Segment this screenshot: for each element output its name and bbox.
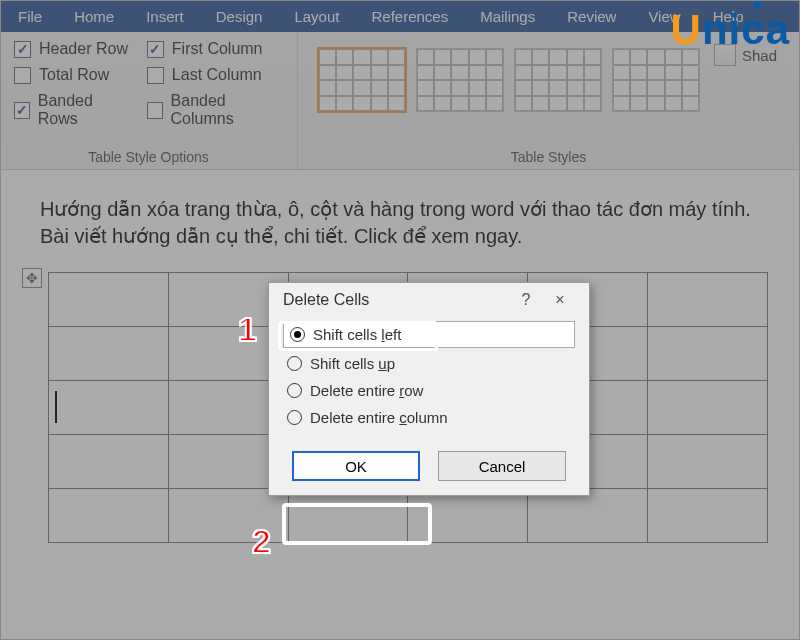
checkbox-label: Header Row xyxy=(39,40,128,58)
table-move-handle-icon[interactable]: ✥ xyxy=(22,268,42,288)
dialog-close-button[interactable]: × xyxy=(543,291,577,309)
radio-icon xyxy=(290,327,305,342)
checkbox-first-column[interactable]: First Column xyxy=(147,40,283,58)
table-style-thumb[interactable] xyxy=(416,48,504,112)
menu-references[interactable]: References xyxy=(355,2,464,31)
group-label: Table Styles xyxy=(312,143,785,165)
checkbox-banded-columns[interactable]: Banded Columns xyxy=(147,92,283,128)
table-style-gallery[interactable] xyxy=(312,40,706,112)
annotation-number-1: 1 xyxy=(238,310,257,349)
checkbox-label: Banded Rows xyxy=(38,92,129,128)
active-cell[interactable] xyxy=(49,381,169,435)
radio-delete-entire-column[interactable]: Delete entire column xyxy=(285,404,573,431)
dialog-title: Delete Cells xyxy=(283,291,509,309)
checkbox-label: Last Column xyxy=(172,66,262,84)
menu-file[interactable]: File xyxy=(2,2,58,31)
radio-delete-entire-row[interactable]: Delete entire row xyxy=(285,377,573,404)
unica-watermark: Unica xyxy=(671,6,790,54)
checkbox-label: Banded Columns xyxy=(171,92,283,128)
checkbox-icon xyxy=(147,41,164,58)
checkbox-icon xyxy=(147,67,164,84)
table-style-thumb[interactable] xyxy=(318,48,406,112)
cancel-button[interactable]: Cancel xyxy=(438,451,566,481)
radio-icon xyxy=(287,383,302,398)
radio-label: Shift cells left xyxy=(313,326,401,343)
checkbox-icon xyxy=(14,67,31,84)
radio-shift-cells-up[interactable]: Shift cells up xyxy=(285,350,573,377)
radio-label: Shift cells up xyxy=(310,355,395,372)
table-style-thumb[interactable] xyxy=(612,48,700,112)
menu-layout[interactable]: Layout xyxy=(278,2,355,31)
table-style-thumb[interactable] xyxy=(514,48,602,112)
radio-icon xyxy=(287,356,302,371)
checkbox-last-column[interactable]: Last Column xyxy=(147,66,283,84)
checkbox-label: First Column xyxy=(172,40,263,58)
ok-button[interactable]: OK xyxy=(292,451,420,481)
group-table-style-options: Header Row Total Row Banded Rows First C… xyxy=(0,32,298,169)
dialog-titlebar[interactable]: Delete Cells ? × xyxy=(269,283,589,315)
table-row xyxy=(49,489,768,543)
annotation-number-2: 2 xyxy=(252,522,271,561)
checkbox-total-row[interactable]: Total Row xyxy=(14,66,129,84)
radio-label: Delete entire column xyxy=(310,409,448,426)
menu-insert[interactable]: Insert xyxy=(130,2,200,31)
checkbox-banded-rows[interactable]: Banded Rows xyxy=(14,92,129,128)
delete-cells-dialog: Delete Cells ? × Shift cells left Shift … xyxy=(268,282,590,496)
dialog-help-button[interactable]: ? xyxy=(509,291,543,309)
radio-label: Delete entire row xyxy=(310,382,423,399)
checkbox-icon xyxy=(14,41,31,58)
checkbox-icon xyxy=(14,102,30,119)
menu-review[interactable]: Review xyxy=(551,2,632,31)
menu-home[interactable]: Home xyxy=(58,2,130,31)
radio-shift-cells-left[interactable]: Shift cells left xyxy=(283,321,575,348)
checkbox-label: Total Row xyxy=(39,66,109,84)
group-label: Table Style Options xyxy=(14,143,283,165)
checkbox-icon xyxy=(147,102,163,119)
paragraph-text: Hướng dẫn xóa trang thừa, ô, cột và hàng… xyxy=(40,196,760,250)
checkbox-header-row[interactable]: Header Row xyxy=(14,40,129,58)
radio-icon xyxy=(287,410,302,425)
menu-design[interactable]: Design xyxy=(200,2,279,31)
menu-mailings[interactable]: Mailings xyxy=(464,2,551,31)
